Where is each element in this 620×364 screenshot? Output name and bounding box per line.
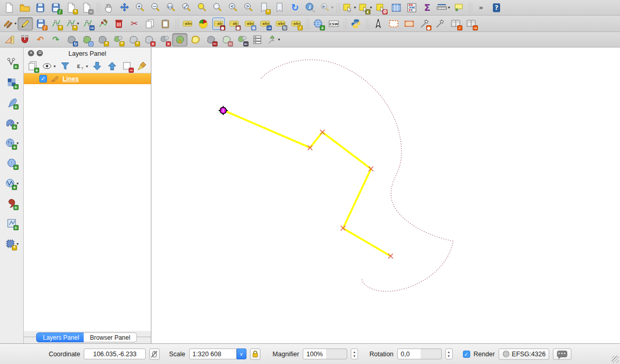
simplify-feature-button[interactable]: ⬡: [79, 33, 95, 46]
offset-curve-button[interactable]: [188, 33, 203, 46]
new-shapefile-layer-button[interactable]: +: [4, 216, 20, 231]
split-parts-button[interactable]: ✂: [219, 33, 234, 46]
scale-combo[interactable]: 1:320 608: [189, 349, 237, 359]
save-project-button[interactable]: [33, 1, 48, 14]
style-broom-button[interactable]: [135, 60, 149, 72]
rotate-point-symbols-button[interactable]: ▾: [265, 33, 281, 46]
zoom-full-button[interactable]: ⤢: [179, 1, 194, 14]
new-print-composer-button[interactable]: *: [64, 1, 79, 14]
add-oracle-layer-button[interactable]: +: [4, 196, 20, 211]
messages-button[interactable]: •••: [553, 349, 571, 360]
reshape-features-button[interactable]: [172, 33, 188, 46]
metasearch-button[interactable]: +: [311, 17, 326, 30]
add-delimited-text-layer-button[interactable]: +: [4, 95, 20, 110]
save-project-as-button[interactable]: /: [48, 1, 64, 14]
plugin-wand-badge-button[interactable]: ●: [417, 17, 432, 30]
zoom-native-button[interactable]: 1:1: [163, 1, 179, 14]
field-calculator-button[interactable]: [404, 1, 420, 14]
move-feature-button[interactable]: →: [80, 17, 96, 30]
merge-feature-attributes-button[interactable]: [250, 33, 265, 46]
refresh-map-button[interactable]: ↻: [287, 1, 303, 14]
scale-extent-button[interactable]: [401, 17, 417, 30]
tab-layers-panel[interactable]: Layers Panel: [36, 333, 86, 342]
add-vector-layer-button[interactable]: +: [4, 55, 20, 70]
add-wfs-layer-button[interactable]: +▾: [4, 176, 20, 191]
layer-visibility-checkbox[interactable]: ✓: [39, 75, 47, 83]
plugin-book-arrow-button[interactable]: →: [463, 17, 479, 30]
delete-ring-button[interactable]: ×: [141, 33, 157, 46]
filter-legend-button[interactable]: [58, 60, 72, 72]
deselect-all-button[interactable]: Ø: [373, 1, 389, 14]
extent-rectangle-button[interactable]: [386, 17, 401, 30]
zoom-out-button[interactable]: −: [148, 1, 163, 14]
rotate-label-button[interactable]: abc↻: [273, 17, 288, 30]
mouse-tracking-button[interactable]: [149, 349, 160, 360]
plugin-book-check-button[interactable]: ✓: [448, 17, 463, 30]
current-edits-button[interactable]: ▾: [2, 17, 18, 30]
add-circular-string-dropdown-arrow[interactable]: ▾: [77, 21, 79, 26]
redo-button[interactable]: ↷: [48, 33, 64, 46]
add-part-button[interactable]: *: [110, 33, 126, 46]
zoom-next-button[interactable]: >: [241, 1, 256, 14]
remove-layer-button[interactable]: −: [120, 60, 134, 72]
cut-features-button[interactable]: ✂: [127, 17, 142, 30]
add-feature-button[interactable]: *: [49, 17, 64, 30]
composer-manager-button[interactable]: ~: [79, 1, 95, 14]
open-attribute-table-button[interactable]: [389, 1, 404, 14]
csw-service-button[interactable]: CSW: [326, 17, 342, 30]
run-feature-action-button[interactable]: ▶▾: [318, 1, 334, 14]
resize-grip[interactable]: [612, 356, 619, 363]
delete-part-button[interactable]: ×: [157, 33, 172, 46]
zoom-last-button[interactable]: <: [225, 1, 241, 14]
zoom-to-layer-button[interactable]: [210, 1, 225, 14]
scale-dropdown-button[interactable]: ∨: [237, 349, 246, 359]
select-features-button[interactable]: ▾: [341, 1, 357, 14]
filter-by-expression-dropdown-arrow[interactable]: ▾: [86, 64, 88, 69]
measure-dropdown-arrow[interactable]: ▾: [448, 5, 450, 10]
measure-button[interactable]: ▾: [435, 1, 451, 14]
rotate-point-symbols-dropdown-arrow[interactable]: ▾: [278, 37, 280, 42]
statistical-summary-button[interactable]: Σ: [420, 1, 435, 14]
rotation-stepper[interactable]: ▲▼: [445, 349, 453, 359]
layer-row-lines[interactable]: ✓ Lines: [24, 73, 151, 84]
split-features-button[interactable]: ✂: [203, 33, 219, 46]
help-button[interactable]: ?: [489, 1, 504, 14]
add-virtual-layer-button[interactable]: *▾: [4, 236, 20, 251]
rotation-input[interactable]: 0,0: [397, 349, 442, 359]
manage-layer-visibility-button[interactable]: ▾: [41, 60, 57, 72]
change-label-button[interactable]: abc/: [288, 17, 304, 30]
pan-map-button[interactable]: [101, 1, 117, 14]
add-spatialite-layer-button[interactable]: +▾: [4, 135, 20, 151]
delete-selected-button[interactable]: [111, 17, 127, 30]
rotate-feature-button[interactable]: ↻: [64, 33, 79, 46]
snapping-magnet-button[interactable]: [17, 33, 33, 46]
close-panel-button[interactable]: ✕: [28, 50, 34, 56]
undo-button[interactable]: ↶: [33, 33, 48, 46]
add-group-button[interactable]: +: [26, 60, 39, 72]
fill-ring-button[interactable]: *: [126, 33, 141, 46]
identify-features-button[interactable]: i: [303, 1, 318, 14]
add-ring-button[interactable]: *: [95, 33, 110, 46]
add-wms-layer-button[interactable]: +: [4, 155, 20, 171]
save-layer-edits-button[interactable]: /: [33, 17, 49, 30]
float-panel-button[interactable]: [37, 50, 43, 56]
magnifier-stepper[interactable]: ▲▼: [351, 349, 358, 359]
add-postgis-layer-button[interactable]: +▾: [4, 115, 20, 131]
advanced-digitizing-button[interactable]: [2, 33, 17, 46]
select-features-dropdown-arrow[interactable]: ▾: [354, 5, 356, 10]
pin-labels-button[interactable]: ab●: [211, 17, 226, 30]
highlight-pinned-labels-button[interactable]: ab●: [226, 17, 242, 30]
scale-lock-button[interactable]: [250, 349, 260, 360]
node-tool-button[interactable]: [96, 17, 111, 30]
tab-browser-panel[interactable]: Browser Panel: [84, 333, 137, 342]
collapse-all-button[interactable]: [105, 60, 119, 72]
select-by-expression-dropdown-arrow[interactable]: ▾: [370, 5, 372, 10]
expand-all-button[interactable]: [90, 60, 104, 72]
merge-features-button[interactable]: ←: [234, 33, 250, 46]
select-by-expression-button[interactable]: ε▾: [357, 1, 373, 14]
render-checkbox[interactable]: ✓: [463, 351, 470, 358]
python-console-button[interactable]: [348, 17, 364, 30]
current-edits-dropdown-arrow[interactable]: ▾: [14, 21, 17, 26]
north-arrow-button[interactable]: [370, 17, 386, 30]
show-hide-labels-button[interactable]: abco: [242, 17, 257, 30]
